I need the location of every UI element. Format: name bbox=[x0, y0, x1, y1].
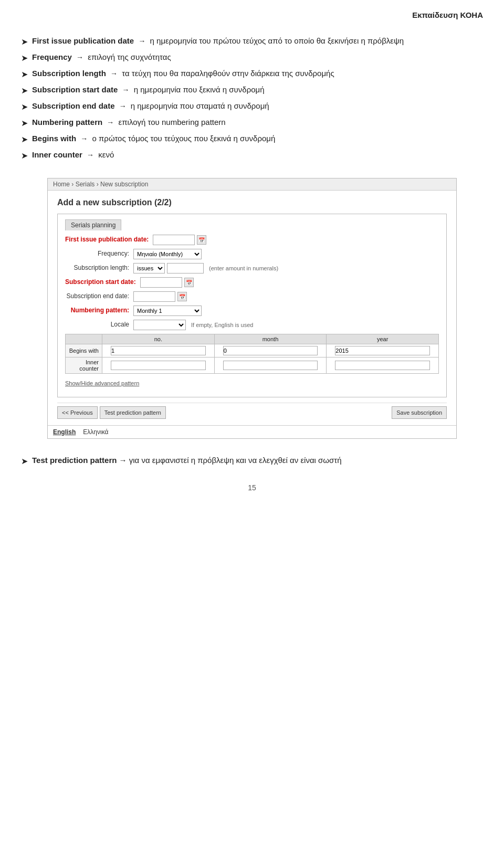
show-hide-advanced-link[interactable]: Show/Hide advanced pattern bbox=[65, 380, 139, 386]
first-issue-label: First issue publication date: bbox=[65, 236, 153, 244]
list-item: ➤ Test prediction pattern → για να εμφαν… bbox=[21, 455, 483, 468]
breadcrumb: Home › Serials › New subscription bbox=[48, 178, 456, 191]
previous-button[interactable]: << Previous bbox=[57, 406, 98, 419]
left-buttons: << Previous Test prediction pattern bbox=[57, 406, 166, 419]
begins-no-input[interactable] bbox=[111, 346, 206, 355]
screenshot-box: Home › Serials › New subscription Add a … bbox=[47, 178, 457, 439]
numbering-pattern-row: Numbering pattern: Monthly 1 bbox=[65, 306, 439, 316]
subscription-length-row: Subscription length: issues (enter amoun… bbox=[65, 263, 439, 273]
subscription-length-unit-select[interactable]: issues bbox=[133, 263, 165, 273]
table-header-year: year bbox=[327, 334, 439, 344]
lang-greek[interactable]: Ελληνικά bbox=[83, 428, 108, 436]
bottom-bullet-list: ➤ Test prediction pattern → για να εμφαν… bbox=[21, 455, 483, 468]
inner-month-input[interactable] bbox=[223, 361, 318, 370]
chevron-right-icon: ➤ bbox=[21, 150, 28, 162]
save-subscription-button[interactable]: Save subscription bbox=[392, 406, 447, 419]
chevron-right-icon: ➤ bbox=[21, 85, 28, 97]
table-header-empty bbox=[66, 334, 102, 344]
list-item: ➤ Inner counter → κενό bbox=[21, 149, 483, 162]
subscription-end-label: Subscription end date: bbox=[65, 292, 133, 301]
subscription-start-input-group: 📅 bbox=[140, 277, 194, 288]
table-cell-month-begins[interactable] bbox=[214, 344, 327, 357]
test-prediction-button[interactable]: Test prediction pattern bbox=[100, 406, 166, 419]
subscription-end-input-group: 📅 bbox=[133, 291, 187, 302]
begins-year-input[interactable] bbox=[335, 346, 430, 355]
subscription-length-group: issues (enter amount in numerals) bbox=[133, 263, 278, 273]
list-item: ➤ Subscription start date → η ημερομηνία… bbox=[21, 84, 483, 97]
subscription-end-row: Subscription end date: 📅 bbox=[65, 291, 439, 302]
page-header: Εκπαίδευση ΚΟΗΑ bbox=[21, 10, 483, 19]
locale-select[interactable] bbox=[133, 320, 186, 330]
table-row: Begins with bbox=[66, 344, 439, 357]
numbering-pattern-label: Numbering pattern: bbox=[65, 307, 133, 315]
page-number: 15 bbox=[21, 483, 483, 492]
table-header-month: month bbox=[214, 334, 327, 344]
chevron-right-icon: ➤ bbox=[21, 133, 28, 146]
subscription-length-label: Subscription length: bbox=[65, 264, 133, 272]
list-item: ➤ Subscription length → τα τεύχη που θα … bbox=[21, 68, 483, 81]
form-title: Add a new subscription (2/2) bbox=[57, 198, 447, 207]
serials-planning-box: Serials planning First issue publication… bbox=[57, 214, 447, 397]
table-cell-month-inner[interactable] bbox=[214, 357, 327, 374]
show-hide-link-container: Show/Hide advanced pattern bbox=[65, 377, 439, 390]
table-cell-label-begins: Begins with bbox=[66, 344, 102, 357]
lang-english[interactable]: English bbox=[53, 428, 76, 436]
chevron-right-icon: ➤ bbox=[21, 68, 28, 81]
list-item: ➤ Subscription end date → η ημερομηνία π… bbox=[21, 100, 483, 113]
pattern-table: no. month year Begins with bbox=[65, 334, 439, 374]
chevron-right-icon: ➤ bbox=[21, 36, 28, 48]
table-cell-year-inner[interactable] bbox=[327, 357, 439, 374]
first-issue-row: First issue publication date: 📅 bbox=[65, 235, 439, 245]
inner-year-input[interactable] bbox=[335, 361, 430, 370]
table-cell-year-begins[interactable] bbox=[327, 344, 439, 357]
calendar-icon[interactable]: 📅 bbox=[184, 278, 194, 287]
frequency-label: Frequency: bbox=[65, 250, 133, 258]
first-issue-input[interactable] bbox=[153, 235, 195, 245]
bullet-list: ➤ First issue publication date → η ημερο… bbox=[21, 35, 483, 162]
frequency-row: Frequency: Μηνιαίο (Monthly) bbox=[65, 249, 439, 259]
table-row: Inner counter bbox=[66, 357, 439, 374]
begins-month-input[interactable] bbox=[223, 346, 318, 355]
list-item: ➤ Numbering pattern → επιλογή του number… bbox=[21, 117, 483, 130]
subscription-length-input[interactable] bbox=[167, 263, 204, 273]
subscription-start-row: Subscription start date: 📅 bbox=[65, 277, 439, 288]
form-area: Add a new subscription (2/2) Serials pla… bbox=[48, 191, 456, 425]
chevron-right-icon: ➤ bbox=[21, 455, 28, 468]
list-item: ➤ First issue publication date → η ημερο… bbox=[21, 35, 483, 48]
language-bar: English Ελληνικά bbox=[48, 425, 456, 438]
section-tab: Serials planning bbox=[65, 219, 121, 230]
list-item: ➤ Begins with → ο πρώτος τόμος του τεύχο… bbox=[21, 133, 483, 146]
chevron-right-icon: ➤ bbox=[21, 52, 28, 65]
table-cell-no-begins[interactable] bbox=[102, 344, 215, 357]
page-container: Εκπαίδευση ΚΟΗΑ ➤ First issue publicatio… bbox=[0, 0, 504, 842]
chevron-right-icon: ➤ bbox=[21, 117, 28, 130]
table-cell-no-inner[interactable] bbox=[102, 357, 215, 374]
header-title: Εκπαίδευση ΚΟΗΑ bbox=[412, 10, 483, 19]
frequency-select[interactable]: Μηνιαίο (Monthly) bbox=[133, 249, 202, 259]
subscription-end-input[interactable] bbox=[133, 291, 175, 302]
numbering-pattern-select[interactable]: Monthly 1 bbox=[133, 306, 202, 316]
subscription-start-label: Subscription start date: bbox=[65, 278, 140, 287]
locale-hint: If empty, English is used bbox=[191, 322, 253, 328]
locale-group: If empty, English is used bbox=[133, 320, 253, 330]
locale-label: Locale bbox=[65, 321, 133, 329]
form-buttons-row: << Previous Test prediction pattern Save… bbox=[57, 403, 447, 420]
chevron-right-icon: ➤ bbox=[21, 101, 28, 113]
list-item: ➤ Frequency → επιλογή της συχνότητας bbox=[21, 51, 483, 65]
calendar-icon[interactable]: 📅 bbox=[177, 292, 187, 301]
subscription-length-hint: (enter amount in numerals) bbox=[209, 265, 278, 271]
calendar-icon[interactable]: 📅 bbox=[197, 235, 206, 245]
table-cell-label-inner: Inner counter bbox=[66, 357, 102, 374]
inner-no-input[interactable] bbox=[111, 361, 206, 370]
table-header-no: no. bbox=[102, 334, 215, 344]
subscription-start-input[interactable] bbox=[140, 277, 182, 288]
first-issue-input-group: 📅 bbox=[153, 235, 206, 245]
locale-row: Locale If empty, English is used bbox=[65, 320, 439, 330]
